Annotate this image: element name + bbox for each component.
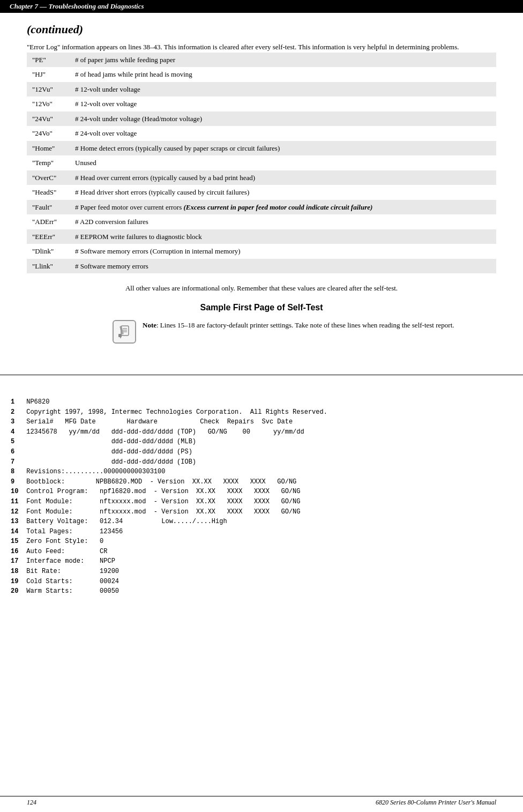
error-code: "HeadS" [27, 185, 70, 200]
note-box: Note: Lines 15–18 are factory-default pr… [113, 320, 469, 344]
error-desc: # of head jams while print head is movin… [70, 67, 496, 82]
note-text-content: Note: Lines 15–18 are factory-default pr… [143, 320, 454, 331]
code-line: 15 Zero Font Style: 0 [11, 537, 512, 547]
line-number: 11 [11, 497, 23, 507]
line-content: ddd-ddd-ddd/dddd (PS) [23, 447, 192, 457]
line-content: ddd-ddd-ddd/dddd (MLB) [23, 437, 196, 447]
header-title: Troubleshooting and Diagnostics [49, 2, 144, 10]
note-body: : Lines 15–18 are factory-default printe… [156, 321, 454, 329]
line-content: Battery Voltage: 012.34 Low...../....Hig… [23, 517, 227, 527]
line-content: Copyright 1997, 1998, Intermec Technolog… [23, 407, 327, 418]
error-code: "ADErr" [27, 214, 70, 229]
error-code: "24Vo" [27, 126, 70, 141]
line-content: Auto Feed: CR [23, 547, 107, 557]
code-line: 3 Serial# MFG Date Hardware Check Repair… [11, 417, 512, 427]
sample-heading: Sample First Page of Self-Test [27, 303, 496, 312]
error-desc: # Software memory errors [70, 259, 496, 274]
table-row: "Llink"# Software memory errors [27, 259, 496, 274]
code-line: 8 Revisions:..........0000000000303100 [11, 467, 512, 477]
footer-manual-title: 6820 Series 80-Column Printer User's Man… [376, 799, 496, 807]
code-line: 2 Copyright 1997, 1998, Intermec Technol… [11, 407, 512, 418]
error-code: "Dlink" [27, 244, 70, 259]
table-row: "HeadS"# Head driver short errors (typic… [27, 185, 496, 200]
table-row: "12Vu"# 12-volt under voltage [27, 82, 496, 97]
code-line: 9 Bootblock: NPBB6820.MOD - Version XX.X… [11, 477, 512, 487]
table-row: "12Vo"# 12-volt over voltage [27, 96, 496, 111]
line-number: 13 [11, 517, 23, 527]
note-icon [113, 320, 136, 344]
note-label: Note [143, 321, 156, 329]
table-row: "HJ"# of head jams while print head is m… [27, 67, 496, 82]
error-desc: # 24-volt under voltage (Head/motor volt… [70, 111, 496, 126]
line-number: 16 [11, 547, 23, 557]
page-container: Chapter 7 — Troubleshooting and Diagnost… [0, 0, 523, 812]
error-desc: # 12-volt under voltage [70, 82, 496, 97]
line-content: Interface mode: NPCP [23, 556, 115, 567]
line-content: Warm Starts: 00050 [23, 586, 119, 597]
line-number: 20 [11, 586, 23, 597]
line-number: 17 [11, 556, 23, 567]
error-code: "OverC" [27, 170, 70, 185]
line-number: 9 [11, 477, 23, 487]
error-desc: # 24-volt over voltage [70, 126, 496, 141]
error-code: "Temp" [27, 155, 70, 170]
pencil-icon [117, 324, 132, 339]
error-code: "12Vo" [27, 96, 70, 111]
em-dash: — [40, 2, 48, 10]
svg-marker-2 [119, 336, 122, 339]
error-code: "24Vu" [27, 111, 70, 126]
continued-heading: (continued) [27, 23, 496, 36]
chapter-label: Chapter 7 — Troubleshooting and Diagnost… [10, 2, 144, 11]
error-desc: # Home detect errors (typically caused b… [70, 141, 496, 156]
line-number: 2 [11, 407, 23, 418]
error-desc: Unused [70, 155, 496, 170]
error-desc: # Software memory errors (Corruption in … [70, 244, 496, 259]
table-row: "ADErr"# A2D conversion failures [27, 214, 496, 229]
error-code: "EEErr" [27, 229, 70, 244]
code-block: 1 NP68202 Copyright 1997, 1998, Intermec… [0, 375, 523, 602]
code-line: 17 Interface mode: NPCP [11, 556, 512, 567]
line-number: 18 [11, 567, 23, 577]
line-number: 15 [11, 537, 23, 547]
code-line: 20 Warm Starts: 00050 [11, 586, 512, 597]
table-row: "OverC"# Head over current errors (typic… [27, 170, 496, 185]
line-content: 12345678 yy/mm/dd ddd-ddd-ddd/dddd (TOP)… [23, 427, 304, 437]
error-table: "PE"# of paper jams while feeding paper"… [27, 53, 496, 274]
line-number: 1 [11, 397, 23, 407]
main-content: (continued) "Error Log" information appe… [0, 13, 523, 369]
error-desc: # EEPROM write failures to diagnostic bl… [70, 229, 496, 244]
code-line: 14 Total Pages: 123456 [11, 527, 512, 537]
code-line: 12 Font Module: nftxxxxx.mod - Version X… [11, 507, 512, 517]
line-number: 3 [11, 417, 23, 427]
table-row: "Fault"# Paper feed motor over current e… [27, 200, 496, 215]
footer-page-num: 124 [27, 799, 36, 807]
error-desc: # Head over current errors (typically ca… [70, 170, 496, 185]
error-desc: # Head driver short errors (typically ca… [70, 185, 496, 200]
error-desc: # A2D conversion failures [70, 214, 496, 229]
line-content: Zero Font Style: 0 [23, 537, 103, 547]
code-line: 16 Auto Feed: CR [11, 547, 512, 557]
code-line: 5 ddd-ddd-ddd/dddd (MLB) [11, 437, 512, 447]
line-number: 4 [11, 427, 23, 437]
code-line: 6 ddd-ddd-ddd/dddd (PS) [11, 447, 512, 457]
table-row: "EEErr"# EEPROM write failures to diagno… [27, 229, 496, 244]
code-line: 11 Font Module: nftxxxxx.mod - Version X… [11, 497, 512, 507]
line-content: ddd-ddd-ddd/dddd (IOB) [23, 457, 196, 467]
error-code: "Llink" [27, 259, 70, 274]
error-code: "HJ" [27, 67, 70, 82]
error-desc: # Paper feed motor over current errors (… [70, 200, 496, 215]
line-content: Revisions:..........0000000000303100 [23, 467, 165, 477]
code-line: 7 ddd-ddd-ddd/dddd (IOB) [11, 457, 512, 467]
error-code: "12Vu" [27, 82, 70, 97]
line-content: Serial# MFG Date Hardware Check Repairs … [23, 417, 293, 427]
line-number: 5 [11, 437, 23, 447]
line-content: Font Module: nftxxxxx.mod - Version XX.X… [23, 507, 300, 517]
line-number: 6 [11, 447, 23, 457]
line-content: Cold Starts: 00024 [23, 577, 119, 587]
line-number: 14 [11, 527, 23, 537]
table-row: "24Vo"# 24-volt over voltage [27, 126, 496, 141]
code-line: 18 Bit Rate: 19200 [11, 567, 512, 577]
table-row: "Temp"Unused [27, 155, 496, 170]
line-content: Control Program: npfl6820.mod - Version … [23, 487, 300, 497]
error-code: "Home" [27, 141, 70, 156]
